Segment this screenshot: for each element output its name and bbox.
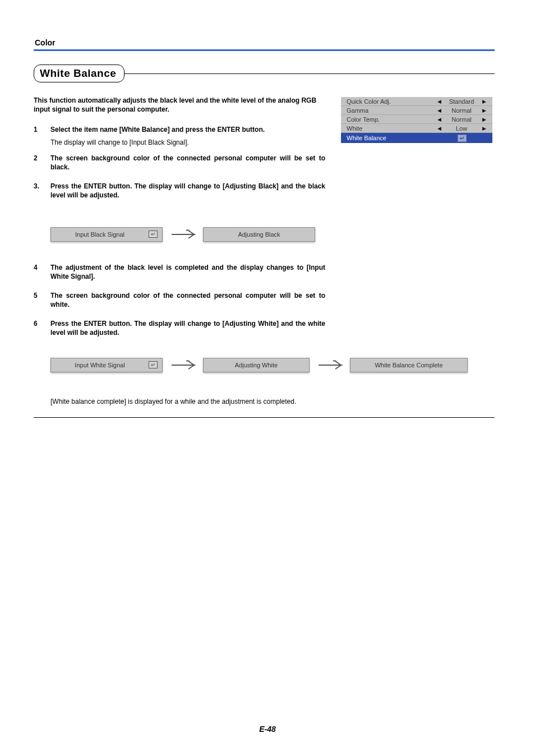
step-number: 6 bbox=[34, 319, 41, 340]
flow-box-complete: White Balance Complete bbox=[350, 358, 468, 372]
step-1-note: The display will change to [Input Black … bbox=[50, 138, 325, 147]
step-number: 4 bbox=[34, 263, 41, 284]
wb-menu-row-white: White ◀ Low ▶ bbox=[341, 124, 492, 133]
wb-menu-name: Quick Color Adj. bbox=[347, 98, 434, 105]
right-arrow-icon: ▶ bbox=[479, 126, 489, 131]
flow-box-input-black: Input Black Signal ↵ bbox=[50, 227, 163, 242]
enter-icon: ↵ bbox=[458, 135, 467, 142]
flow-box-label: Input Black Signal bbox=[51, 231, 149, 238]
flow-box-label: Adjusting Black bbox=[238, 231, 280, 238]
step-5-title: The screen background color of the conne… bbox=[50, 291, 325, 309]
step-number: 1 bbox=[34, 125, 41, 146]
right-arrow-icon: ▶ bbox=[479, 117, 489, 122]
flow-box-label: Input White Signal bbox=[51, 362, 149, 368]
flow-box-adjusting-black: Adjusting Black bbox=[203, 227, 315, 242]
flow-box-input-white: Input White Signal ↵ bbox=[50, 358, 163, 372]
wb-menu-name: White bbox=[347, 125, 434, 132]
heading-pill: White Balance bbox=[34, 64, 124, 82]
step-3-title: Press the ENTER button. The display will… bbox=[50, 182, 325, 200]
step-number: 5 bbox=[34, 291, 41, 312]
final-note: [White balance complete] is displayed fo… bbox=[50, 397, 325, 407]
page-number: E-48 bbox=[0, 725, 535, 734]
step-2-title: The screen background color of the conne… bbox=[50, 154, 325, 172]
right-arrow-icon: ▶ bbox=[479, 99, 489, 104]
arrow-right-icon bbox=[169, 227, 196, 242]
wb-menu-value: Normal bbox=[444, 116, 479, 123]
wb-menu-value: Normal bbox=[444, 107, 479, 114]
intro-text: This function automatically adjusts the … bbox=[34, 96, 325, 114]
step-number: 3. bbox=[34, 182, 41, 203]
wb-menu-value: Standard bbox=[444, 98, 479, 105]
section-header-rule bbox=[34, 49, 495, 51]
step-4: 4 The adjustment of the black level is c… bbox=[34, 263, 325, 284]
page: Color White Balance This function automa… bbox=[0, 0, 535, 756]
wb-menu-name: White Balance bbox=[347, 135, 458, 141]
step-6-title: Press the ENTER button. The display will… bbox=[50, 319, 325, 337]
left-column-b: 4 The adjustment of the black level is c… bbox=[34, 263, 325, 341]
arrow-right-icon bbox=[169, 358, 196, 372]
step-5: 5 The screen background color of the con… bbox=[34, 291, 325, 312]
left-arrow-icon: ◀ bbox=[434, 117, 444, 122]
step-2: 2 The screen background color of the con… bbox=[34, 154, 325, 175]
closing-rule bbox=[34, 417, 495, 418]
enter-icon: ↵ bbox=[149, 361, 158, 368]
left-arrow-icon: ◀ bbox=[434, 99, 444, 104]
wb-menu-row-colortemp: Color Temp. ◀ Normal ▶ bbox=[341, 115, 492, 124]
section-label: Color bbox=[34, 38, 495, 47]
step-number: 2 bbox=[34, 154, 41, 175]
left-column: This function automatically adjusts the … bbox=[34, 96, 325, 210]
wb-menu-row-quick-color: Quick Color Adj. ◀ Standard ▶ bbox=[341, 97, 492, 106]
right-column: Quick Color Adj. ◀ Standard ▶ Gamma ◀ No… bbox=[341, 96, 492, 210]
left-arrow-icon: ◀ bbox=[434, 126, 444, 131]
step-1: 1 Select the item name [White Balance] a… bbox=[34, 125, 325, 146]
flow-box-adjusting-white: Adjusting White bbox=[203, 358, 310, 372]
wb-menu-value: Low bbox=[444, 125, 479, 132]
heading-wrap: White Balance bbox=[34, 64, 495, 82]
wb-menu-name: Gamma bbox=[347, 107, 434, 114]
wb-menu-row-whitebalance-selected: White Balance ↵ bbox=[341, 133, 492, 143]
flow-box-label: White Balance Complete bbox=[375, 362, 442, 368]
two-column-layout: This function automatically adjusts the … bbox=[34, 96, 495, 210]
wb-menu: Quick Color Adj. ◀ Standard ▶ Gamma ◀ No… bbox=[341, 97, 492, 143]
step-4-title: The adjustment of the black level is com… bbox=[50, 263, 325, 281]
flow-row-black: Input Black Signal ↵ Adjusting Black bbox=[50, 227, 495, 242]
step-6: 6 Press the ENTER button. The display wi… bbox=[34, 319, 325, 340]
wb-menu-row-gamma: Gamma ◀ Normal ▶ bbox=[341, 106, 492, 115]
step-3: 3. Press the ENTER button. The display w… bbox=[34, 182, 325, 203]
arrow-right-icon bbox=[316, 358, 343, 372]
step-1-title: Select the item name [White Balance] and… bbox=[50, 125, 325, 134]
enter-icon: ↵ bbox=[149, 231, 158, 238]
left-arrow-icon: ◀ bbox=[434, 108, 444, 113]
wb-menu-name: Color Temp. bbox=[347, 116, 434, 123]
heading-text: White Balance bbox=[40, 67, 116, 79]
flow-row-white: Input White Signal ↵ Adjusting White Whi… bbox=[50, 358, 495, 372]
right-arrow-icon: ▶ bbox=[479, 108, 489, 113]
flow-box-label: Adjusting White bbox=[235, 362, 278, 368]
